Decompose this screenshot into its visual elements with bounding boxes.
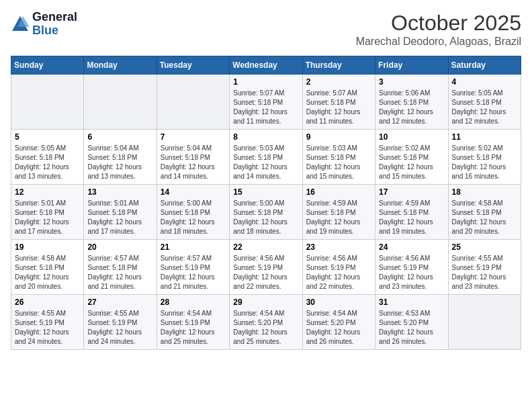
header-friday: Friday — [375, 56, 448, 75]
table-row: 6Sunrise: 5:04 AMSunset: 5:18 PMDaylight… — [84, 130, 157, 185]
day-info: Sunrise: 5:04 AMSunset: 5:18 PMDaylight:… — [161, 144, 226, 181]
day-info: Sunrise: 5:00 AMSunset: 5:18 PMDaylight:… — [161, 199, 226, 236]
table-row: 26Sunrise: 4:55 AMSunset: 5:19 PMDayligh… — [11, 295, 84, 350]
header-tuesday: Tuesday — [157, 56, 229, 75]
day-info: Sunrise: 5:02 AMSunset: 5:18 PMDaylight:… — [379, 144, 444, 181]
calendar-week-row: 26Sunrise: 4:55 AMSunset: 5:19 PMDayligh… — [11, 295, 521, 350]
day-number: 15 — [233, 187, 298, 197]
header-saturday: Saturday — [448, 56, 521, 75]
day-info: Sunrise: 5:05 AMSunset: 5:18 PMDaylight:… — [15, 144, 80, 181]
day-number: 20 — [87, 242, 152, 252]
table-row: 7Sunrise: 5:04 AMSunset: 5:18 PMDaylight… — [157, 130, 229, 185]
month-title: October 2025 — [356, 11, 521, 36]
day-number: 25 — [452, 242, 517, 252]
day-number: 29 — [233, 298, 298, 307]
day-number: 13 — [87, 187, 152, 197]
day-info: Sunrise: 4:59 AMSunset: 5:18 PMDaylight:… — [306, 199, 371, 236]
day-number: 4 — [452, 77, 517, 87]
table-row: 5Sunrise: 5:05 AMSunset: 5:18 PMDaylight… — [11, 130, 84, 185]
day-info: Sunrise: 5:01 AMSunset: 5:18 PMDaylight:… — [15, 199, 80, 236]
table-row: 14Sunrise: 5:00 AMSunset: 5:18 PMDayligh… — [157, 185, 229, 240]
day-info: Sunrise: 4:55 AMSunset: 5:19 PMDaylight:… — [15, 309, 80, 347]
table-row: 1Sunrise: 5:07 AMSunset: 5:18 PMDaylight… — [230, 75, 302, 130]
table-row: 8Sunrise: 5:03 AMSunset: 5:18 PMDaylight… — [230, 130, 302, 185]
day-info: Sunrise: 5:01 AMSunset: 5:18 PMDaylight:… — [87, 199, 152, 236]
day-info: Sunrise: 5:06 AMSunset: 5:18 PMDaylight:… — [379, 89, 444, 126]
day-info: Sunrise: 4:59 AMSunset: 5:18 PMDaylight:… — [379, 199, 444, 236]
day-info: Sunrise: 5:05 AMSunset: 5:18 PMDaylight:… — [452, 89, 517, 126]
calendar-table: Sunday Monday Tuesday Wednesday Thursday… — [11, 56, 521, 350]
day-info: Sunrise: 4:56 AMSunset: 5:19 PMDaylight:… — [379, 254, 444, 291]
table-row: 19Sunrise: 4:58 AMSunset: 5:18 PMDayligh… — [11, 240, 84, 295]
day-info: Sunrise: 4:55 AMSunset: 5:19 PMDaylight:… — [87, 309, 152, 347]
day-number: 21 — [161, 242, 226, 252]
table-row: 15Sunrise: 5:00 AMSunset: 5:18 PMDayligh… — [230, 185, 302, 240]
table-row — [84, 75, 157, 130]
calendar-week-row: 5Sunrise: 5:05 AMSunset: 5:18 PMDaylight… — [11, 130, 521, 185]
table-row: 18Sunrise: 4:58 AMSunset: 5:18 PMDayligh… — [448, 185, 521, 240]
table-row: 17Sunrise: 4:59 AMSunset: 5:18 PMDayligh… — [375, 185, 448, 240]
day-number: 3 — [379, 77, 444, 87]
table-row: 4Sunrise: 5:05 AMSunset: 5:18 PMDaylight… — [448, 75, 521, 130]
table-row: 21Sunrise: 4:57 AMSunset: 5:19 PMDayligh… — [157, 240, 229, 295]
day-info: Sunrise: 4:56 AMSunset: 5:19 PMDaylight:… — [306, 254, 371, 291]
day-number: 11 — [452, 132, 517, 142]
calendar-week-row: 12Sunrise: 5:01 AMSunset: 5:18 PMDayligh… — [11, 185, 521, 240]
logo-icon — [11, 15, 30, 34]
day-number: 7 — [161, 132, 226, 142]
day-info: Sunrise: 4:54 AMSunset: 5:20 PMDaylight:… — [306, 309, 371, 347]
table-row: 24Sunrise: 4:56 AMSunset: 5:19 PMDayligh… — [375, 240, 448, 295]
table-row: 25Sunrise: 4:55 AMSunset: 5:19 PMDayligh… — [448, 240, 521, 295]
table-row — [448, 295, 521, 350]
table-row: 9Sunrise: 5:03 AMSunset: 5:18 PMDaylight… — [302, 130, 375, 185]
table-row: 10Sunrise: 5:02 AMSunset: 5:18 PMDayligh… — [375, 130, 448, 185]
table-row: 22Sunrise: 4:56 AMSunset: 5:19 PMDayligh… — [230, 240, 302, 295]
day-info: Sunrise: 4:54 AMSunset: 5:20 PMDaylight:… — [233, 309, 298, 347]
day-info: Sunrise: 5:04 AMSunset: 5:18 PMDaylight:… — [87, 144, 152, 181]
day-info: Sunrise: 4:54 AMSunset: 5:19 PMDaylight:… — [161, 309, 226, 347]
location-subtitle: Marechal Deodoro, Alagoas, Brazil — [356, 36, 521, 48]
table-row: 31Sunrise: 4:53 AMSunset: 5:20 PMDayligh… — [375, 295, 448, 350]
day-info: Sunrise: 4:58 AMSunset: 5:18 PMDaylight:… — [15, 254, 80, 291]
day-info: Sunrise: 5:03 AMSunset: 5:18 PMDaylight:… — [233, 144, 298, 181]
day-info: Sunrise: 4:56 AMSunset: 5:19 PMDaylight:… — [233, 254, 298, 291]
header-wednesday: Wednesday — [230, 56, 302, 75]
day-number: 17 — [379, 187, 444, 197]
day-info: Sunrise: 5:02 AMSunset: 5:18 PMDaylight:… — [452, 144, 517, 181]
table-row: 28Sunrise: 4:54 AMSunset: 5:19 PMDayligh… — [157, 295, 229, 350]
day-info: Sunrise: 4:57 AMSunset: 5:19 PMDaylight:… — [161, 254, 226, 291]
day-number: 27 — [87, 298, 152, 307]
day-info: Sunrise: 4:57 AMSunset: 5:18 PMDaylight:… — [87, 254, 152, 291]
day-number: 5 — [15, 132, 80, 142]
day-number: 14 — [161, 187, 226, 197]
day-info: Sunrise: 5:03 AMSunset: 5:18 PMDaylight:… — [306, 144, 371, 181]
title-section: October 2025 Marechal Deodoro, Alagoas, … — [356, 11, 521, 48]
day-number: 22 — [233, 242, 298, 252]
calendar-week-row: 19Sunrise: 4:58 AMSunset: 5:18 PMDayligh… — [11, 240, 521, 295]
header-thursday: Thursday — [302, 56, 375, 75]
table-row: 23Sunrise: 4:56 AMSunset: 5:19 PMDayligh… — [302, 240, 375, 295]
day-number: 10 — [379, 132, 444, 142]
day-number: 12 — [15, 187, 80, 197]
day-number: 31 — [379, 298, 444, 307]
day-number: 19 — [15, 242, 80, 252]
header-sunday: Sunday — [11, 56, 84, 75]
table-row: 29Sunrise: 4:54 AMSunset: 5:20 PMDayligh… — [230, 295, 302, 350]
day-number: 18 — [452, 187, 517, 197]
day-number: 28 — [161, 298, 226, 307]
logo-text: General Blue — [32, 11, 77, 38]
table-row: 27Sunrise: 4:55 AMSunset: 5:19 PMDayligh… — [84, 295, 157, 350]
calendar-header-row: Sunday Monday Tuesday Wednesday Thursday… — [11, 56, 521, 75]
table-row: 16Sunrise: 4:59 AMSunset: 5:18 PMDayligh… — [302, 185, 375, 240]
day-info: Sunrise: 5:00 AMSunset: 5:18 PMDaylight:… — [233, 199, 298, 236]
day-info: Sunrise: 4:55 AMSunset: 5:19 PMDaylight:… — [452, 254, 517, 291]
day-number: 26 — [15, 298, 80, 307]
day-number: 6 — [87, 132, 152, 142]
day-number: 30 — [306, 298, 371, 307]
day-number: 1 — [233, 77, 298, 87]
table-row: 30Sunrise: 4:54 AMSunset: 5:20 PMDayligh… — [302, 295, 375, 350]
page-header: General Blue October 2025 Marechal Deodo… — [11, 11, 521, 48]
header-monday: Monday — [84, 56, 157, 75]
day-number: 2 — [306, 77, 371, 87]
day-info: Sunrise: 5:07 AMSunset: 5:18 PMDaylight:… — [233, 89, 298, 126]
